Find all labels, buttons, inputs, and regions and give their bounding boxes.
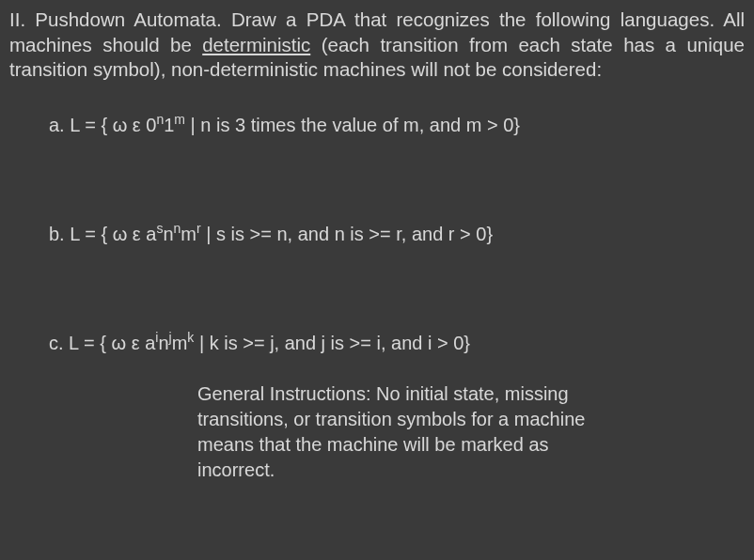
item-a-mid1: 1 <box>164 115 174 135</box>
item-b-mid1: n <box>163 224 173 244</box>
item-c-label: c. L = { ω ε a <box>49 333 155 353</box>
item-b-label: b. L = { ω ε a <box>49 224 156 244</box>
general-instructions: General Instructions: No initial state, … <box>197 381 602 483</box>
item-b-rest: | s is >= n, and n is >= r, and r > 0} <box>201 224 493 244</box>
section-header: II. Pushdown Automata. Draw a PDA that r… <box>9 8 745 83</box>
item-c-mid2: m <box>172 333 188 353</box>
item-c-mid1: n <box>158 333 168 353</box>
item-a-rest: | n is 3 times the value of m, and m > 0… <box>185 115 520 135</box>
header-underlined: deterministic <box>202 34 310 55</box>
item-a-label: a. L = { ω ε 0 <box>49 115 156 135</box>
problem-item-b: b. L = { ω ε asnnmr | s is >= n, and n i… <box>49 222 745 246</box>
item-b-mid2: m <box>181 224 196 244</box>
problem-item-a: a. L = { ω ε 0n1m | n is 3 times the val… <box>49 113 745 137</box>
item-a-sup2: m <box>174 112 185 127</box>
item-c-rest: | k is >= j, and j is >= i, and i > 0} <box>194 333 470 353</box>
problem-item-c: c. L = { ω ε ainjmk | k is >= j, and j i… <box>49 331 745 355</box>
